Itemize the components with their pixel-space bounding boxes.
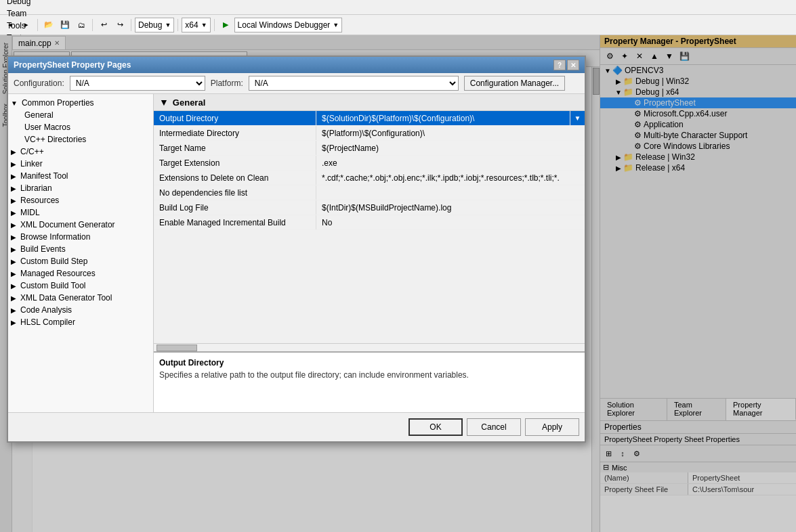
platform-select[interactable]: N/A — [249, 76, 459, 91]
dlg-section-11[interactable]: ▶Managed Resources — [8, 267, 153, 280]
prop-table-name-4: Extensions to Delete on Clean — [154, 171, 316, 185]
back-btn[interactable]: ◂ — [3, 18, 18, 32]
save-all-btn[interactable]: 🗂 — [74, 18, 89, 32]
hscroll-thumb[interactable] — [156, 345, 197, 351]
dlg-section-0[interactable]: ▼Common Properties — [8, 97, 153, 109]
dialog-prop-row-7[interactable]: Enable Managed Incremental BuildNo — [154, 215, 585, 230]
open-btn[interactable]: 📂 — [41, 18, 56, 32]
config-dropdown[interactable]: Debug ▼ — [135, 18, 174, 32]
right-header-label: General — [173, 97, 205, 108]
dlg-section-6[interactable]: ▶MIDL — [8, 206, 153, 219]
dialog-prop-row-1[interactable]: Intermediate Directory$(Platform)\$(Conf… — [154, 126, 585, 141]
dlg-section-10[interactable]: ▶Custom Build Step — [8, 255, 153, 267]
redo-btn[interactable]: ↪ — [112, 18, 127, 32]
fwd-btn[interactable]: ▸ — [19, 18, 34, 32]
dlg-section-15[interactable]: ▶HLSL Compiler — [8, 316, 153, 328]
dlg-section-14[interactable]: ▶Code Analysis — [8, 304, 153, 316]
prop-table-val-1: $(Platform)\$(Configuration)\ — [316, 126, 585, 140]
prop-table-val-3: .exe — [316, 156, 585, 170]
config-label: Configuration: — [14, 79, 64, 88]
dialog-right-panel: ▼ General Output Directory$(SolutionDir)… — [154, 94, 585, 412]
prop-table-name-3: Target Extension — [154, 156, 316, 170]
platform-label: Platform: — [211, 79, 243, 88]
dlg-item-0-0[interactable]: General — [8, 109, 153, 121]
prop-table-name-7: Enable Managed Incremental Build — [154, 215, 316, 229]
prop-table-val-0: $(SolutionDir)$(Platform)\$(Configuratio… — [316, 111, 570, 125]
platform-dropdown[interactable]: x64 ▼ — [182, 18, 210, 32]
save-btn[interactable]: 💾 — [58, 18, 72, 32]
run-btn[interactable]: ▶ — [218, 18, 233, 32]
dlg-section-3[interactable]: ▶Manifest Tool — [8, 170, 153, 182]
cancel-button[interactable]: Cancel — [467, 418, 521, 436]
dialog-description: Output Directory Specifies a relative pa… — [154, 351, 585, 412]
dialog-title-bar: PropertySheet Property Pages ? ✕ — [8, 57, 585, 73]
dialog-overlay: PropertySheet Property Pages ? ✕ Configu… — [0, 35, 796, 532]
dlg-section-5[interactable]: ▶Resources — [8, 194, 153, 206]
desc-title: Output Directory — [159, 358, 579, 368]
dlg-item-0-1[interactable]: User Macros — [8, 121, 153, 133]
prop-table-name-5: No dependencies file list — [154, 185, 316, 200]
dialog-prop-row-0[interactable]: Output Directory$(SolutionDir)$(Platform… — [154, 111, 585, 126]
prop-table-val-2: $(ProjectName) — [316, 141, 585, 155]
menu-debug[interactable]: Debug — [3, 0, 40, 7]
menu-bar: FileEditViewProjectBuildDebugTeamToolsTe… — [0, 0, 796, 15]
dialog-title-text: PropertySheet Property Pages — [14, 60, 131, 70]
dlg-section-13[interactable]: ▶XML Data Generator Tool — [8, 292, 153, 304]
dialog-prop-row-4[interactable]: Extensions to Delete on Clean*.cdf;*.cac… — [154, 171, 585, 185]
dlg-item-0-2[interactable]: VC++ Directories — [8, 133, 153, 146]
prop-table-name-1: Intermediate Directory — [154, 126, 316, 140]
prop-table-val-7: No — [316, 215, 585, 229]
main-toolbar: ◂ ▸ 📂 💾 🗂 ↩ ↪ Debug ▼ x64 ▼ ▶ Local Wind… — [0, 15, 796, 35]
dialog-config-toolbar: Configuration: N/A Platform: N/A Configu… — [8, 73, 585, 94]
undo-btn[interactable]: ↩ — [96, 18, 111, 32]
dialog-close-btn[interactable]: ✕ — [567, 60, 579, 70]
ok-button[interactable]: OK — [409, 418, 463, 436]
dialog-left-tree: ▼Common PropertiesGeneralUser MacrosVC++… — [8, 94, 154, 412]
prop-table-val-6: $(IntDir)$(MSBuildProjectName).log — [316, 200, 585, 215]
dialog-help-btn[interactable]: ? — [553, 60, 566, 70]
dialog-prop-row-2[interactable]: Target Name$(ProjectName) — [154, 141, 585, 156]
prop-dropdown-0[interactable]: ▼ — [570, 111, 585, 125]
dlg-section-2[interactable]: ▶Linker — [8, 158, 153, 170]
dialog-hscroll[interactable] — [154, 343, 585, 351]
prop-table-name-6: Build Log File — [154, 200, 316, 215]
dlg-section-4[interactable]: ▶Librarian — [8, 182, 153, 194]
dialog-footer: OK Cancel Apply — [8, 412, 585, 441]
prop-table-name-2: Target Name — [154, 141, 316, 155]
config-select[interactable]: N/A — [70, 76, 205, 91]
debugger-dropdown[interactable]: Local Windows Debugger ▼ — [234, 18, 343, 32]
dlg-section-7[interactable]: ▶XML Document Generator — [8, 219, 153, 231]
apply-button[interactable]: Apply — [525, 418, 579, 436]
dlg-section-9[interactable]: ▶Build Events — [8, 243, 153, 255]
dlg-section-8[interactable]: ▶Browse Information — [8, 231, 153, 243]
dialog-prop-row-3[interactable]: Target Extension.exe — [154, 156, 585, 171]
dialog-right-header: ▼ General — [154, 94, 585, 111]
dialog-prop-row-5[interactable]: No dependencies file list — [154, 185, 585, 200]
property-pages-dialog: PropertySheet Property Pages ? ✕ Configu… — [7, 56, 586, 443]
prop-table-val-4: *.cdf;*.cache;*.obj;*.obj.enc;*.ilk;*.ip… — [316, 171, 585, 185]
prop-table-name-0: Output Directory — [154, 111, 316, 125]
dlg-section-1[interactable]: ▶C/C++ — [8, 146, 153, 158]
property-table: Output Directory$(SolutionDir)$(Platform… — [154, 111, 585, 343]
config-manager-btn[interactable]: Configuration Manager... — [464, 76, 565, 91]
prop-table-val-5 — [316, 185, 585, 200]
desc-text: Specifies a relative path to the output … — [159, 370, 579, 380]
dlg-section-12[interactable]: ▶Custom Build Tool — [8, 280, 153, 292]
dialog-body: ▼Common PropertiesGeneralUser MacrosVC++… — [8, 94, 585, 412]
dialog-prop-row-6[interactable]: Build Log File$(IntDir)$(MSBuildProjectN… — [154, 200, 585, 215]
main-container: Solution Explorer Toolbox main.cpp ✕ OPE… — [0, 35, 796, 532]
